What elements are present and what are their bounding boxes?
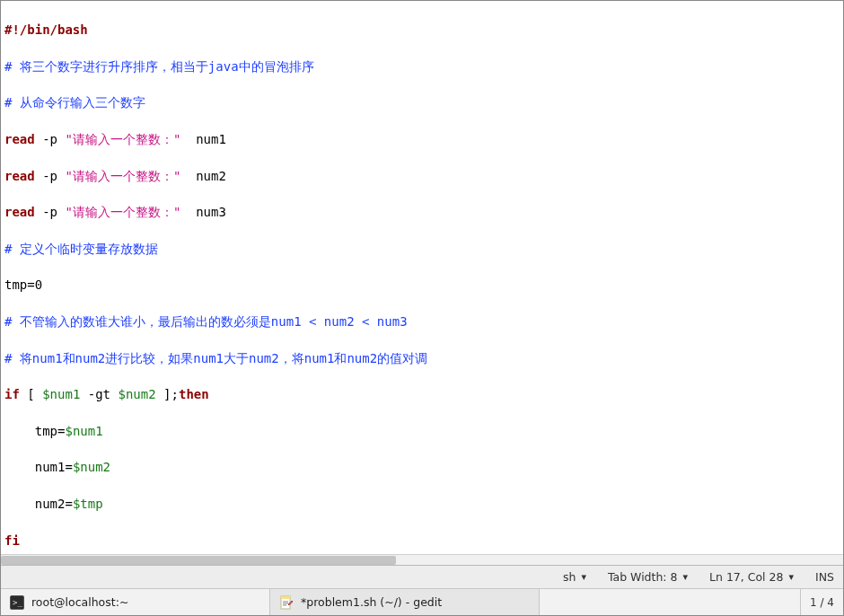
cursor-position[interactable]: Ln 17, Col 28 ▾ <box>709 570 794 584</box>
variable: $num1 <box>65 424 102 438</box>
language-label: sh <box>563 570 576 584</box>
chevron-down-icon: ▾ <box>581 571 586 583</box>
variable: $num1 <box>42 387 80 401</box>
string: "请输入一个整数：" <box>65 132 180 146</box>
option: -p <box>42 205 57 219</box>
taskbar: >_ root@localhost:~ *problem1.sh (~/) - … <box>1 588 843 615</box>
number: 0 <box>35 277 42 292</box>
equals: = <box>65 460 72 474</box>
keyword-fi: fi <box>4 533 20 548</box>
identifier: tmp <box>35 424 57 438</box>
identifier: tmp <box>4 277 27 292</box>
identifier: num2 <box>35 497 66 511</box>
comment: # 将三个数字进行升序排序，相当于java中的冒泡排序 <box>4 59 314 74</box>
keyword-read: read <box>4 132 35 146</box>
chevron-down-icon: ▾ <box>683 571 689 583</box>
code-editor[interactable]: #!/bin/bash # 将三个数字进行升序排序，相当于java中的冒泡排序 … <box>1 1 843 554</box>
equals: = <box>27 277 34 292</box>
tab-width-label: Tab Width: 8 <box>608 570 678 584</box>
taskbar-item-label: *problem1.sh (~/) - gedit <box>301 595 442 609</box>
cursor-position-label: Ln 17, Col 28 <box>709 570 783 584</box>
chevron-down-icon: ▾ <box>788 571 794 583</box>
tab-width-selector[interactable]: Tab Width: 8 ▾ <box>608 570 688 584</box>
string: "请输入一个整数：" <box>65 169 180 183</box>
identifier: num1 <box>35 460 66 474</box>
comment: # 从命令行输入三个数字 <box>4 95 145 110</box>
text-editor-icon <box>279 595 294 610</box>
keyword-then: then <box>179 387 209 401</box>
variable: $num2 <box>119 387 156 401</box>
keyword-if: if <box>4 387 20 401</box>
workspace-label: 1 / 4 <box>810 596 834 609</box>
taskbar-item-terminal[interactable]: >_ root@localhost:~ <box>1 589 270 615</box>
comment: # 定义个临时变量存放数据 <box>4 242 158 256</box>
comment: # 不管输入的数谁大谁小，最后输出的数必须是num1 < num2 < num3 <box>4 314 408 329</box>
identifier: num1 <box>196 132 226 146</box>
option: -p <box>42 169 57 183</box>
identifier: num2 <box>196 169 226 183</box>
horizontal-scrollbar[interactable] <box>1 554 843 565</box>
svg-text:>_: >_ <box>13 598 22 607</box>
bracket: [ <box>27 387 34 401</box>
keyword-read: read <box>4 205 35 219</box>
keyword-read: read <box>4 169 35 183</box>
bracket: ] <box>163 387 171 401</box>
terminal-icon: >_ <box>10 595 24 610</box>
workspace-indicator[interactable]: 1 / 4 <box>800 589 843 615</box>
equals: = <box>65 497 72 511</box>
semicolon: ; <box>171 387 179 401</box>
option: -p <box>42 132 57 146</box>
variable: $tmp <box>73 497 103 511</box>
status-bar: sh ▾ Tab Width: 8 ▾ Ln 17, Col 28 ▾ INS <box>1 565 843 588</box>
language-selector[interactable]: sh ▾ <box>563 570 586 584</box>
identifier: num3 <box>196 205 226 219</box>
taskbar-item-label: root@localhost:~ <box>31 595 128 609</box>
shebang-line: #!/bin/bash <box>4 22 88 37</box>
insert-mode-label: INS <box>815 570 834 584</box>
svg-rect-3 <box>281 596 290 599</box>
operator: -gt <box>88 387 110 401</box>
scrollbar-thumb[interactable] <box>1 556 396 565</box>
insert-mode[interactable]: INS <box>815 570 834 584</box>
taskbar-item-gedit[interactable]: *problem1.sh (~/) - gedit <box>270 589 540 615</box>
comment: # 将num1和num2进行比较，如果num1大于num2，将num1和num2… <box>4 351 427 365</box>
variable: $num2 <box>73 460 110 474</box>
string: "请输入一个整数：" <box>65 205 180 219</box>
